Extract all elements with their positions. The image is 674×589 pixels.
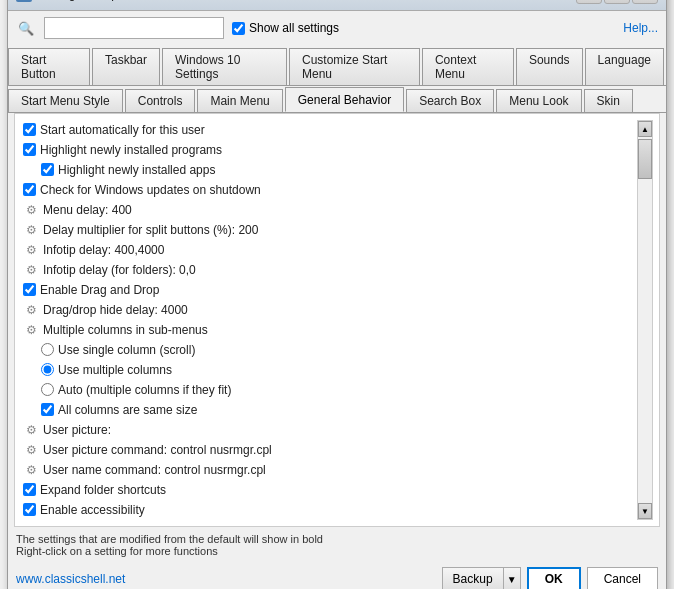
website-link[interactable]: www.classicshell.net (16, 572, 125, 586)
footer-line2: Right-click on a setting for more functi… (16, 545, 658, 557)
list-item: ⚙ User picture: (21, 420, 633, 440)
tab-skin[interactable]: Skin (584, 89, 633, 112)
tab-menu-look[interactable]: Menu Look (496, 89, 581, 112)
minimize-button[interactable]: — (576, 0, 602, 4)
gear-icon: ⚙ (23, 202, 39, 218)
footer-line1: The settings that are modified from the … (16, 533, 658, 545)
list-item: Auto (multiple columns if they fit) (21, 380, 633, 400)
cancel-button[interactable]: Cancel (587, 567, 658, 589)
list-item: Enable accessibility (21, 500, 633, 520)
tab-search-box[interactable]: Search Box (406, 89, 494, 112)
tab-customize-start[interactable]: Customize Start Menu (289, 48, 420, 85)
action-buttons: Backup ▼ OK Cancel (442, 567, 658, 589)
gear-icon: ⚙ (23, 422, 39, 438)
tab-general-behavior[interactable]: General Behavior (285, 87, 404, 112)
scroll-up-button[interactable]: ▲ (638, 121, 652, 137)
window-title: Settings for Open-Shell Menu 4.4.142 (38, 0, 239, 1)
gear-icon: ⚙ (23, 442, 39, 458)
list-item: ⚙ Infotip delay (for folders): 0,0 (21, 260, 633, 280)
tab-controls[interactable]: Controls (125, 89, 196, 112)
show-all-label[interactable]: Show all settings (232, 21, 339, 35)
ok-button[interactable]: OK (527, 567, 581, 589)
footer-actions: www.classicshell.net Backup ▼ OK Cancel (8, 561, 666, 589)
scroll-down-button[interactable]: ▼ (638, 503, 652, 519)
maximize-button[interactable]: □ (604, 0, 630, 4)
checkbox-accessibility[interactable] (23, 503, 36, 516)
scrollbar[interactable]: ▲ ▼ (637, 120, 653, 520)
gear-icon: ⚙ (23, 222, 39, 238)
radio-single-column[interactable] (41, 343, 54, 356)
tab-taskbar[interactable]: Taskbar (92, 48, 160, 85)
list-item: Use multiple columns (21, 360, 633, 380)
list-item: ⚙ User picture command: control nusrmgr.… (21, 440, 633, 460)
tabs-row1: Start Button Taskbar Windows 10 Settings… (8, 45, 666, 86)
title-bar-left: ⚙ Settings for Open-Shell Menu 4.4.142 (16, 0, 239, 2)
tab-start-menu-style[interactable]: Start Menu Style (8, 89, 123, 112)
checkbox-drag-drop[interactable] (23, 283, 36, 296)
list-item: ⚙ Delay multiplier for split buttons (%)… (21, 220, 633, 240)
list-item: ⚙ User name command: control nusrmgr.cpl (21, 460, 633, 480)
title-bar: ⚙ Settings for Open-Shell Menu 4.4.142 —… (8, 0, 666, 11)
list-item: Expand folder shortcuts (21, 480, 633, 500)
toolbar: 🔍 Show all settings Help... (8, 11, 666, 45)
radio-multiple-columns[interactable] (41, 363, 54, 376)
gear-icon: ⚙ (23, 262, 39, 278)
tab-start-button[interactable]: Start Button (8, 48, 90, 85)
backup-button-wrapper: Backup ▼ (442, 567, 521, 589)
checkbox-same-size[interactable] (41, 403, 54, 416)
gear-icon: ⚙ (23, 302, 39, 318)
list-item: Check for Windows updates on shutdown (21, 180, 633, 200)
title-bar-controls: — □ ✕ (576, 0, 658, 4)
checkbox-highlight-programs[interactable] (23, 143, 36, 156)
checkbox-start-auto[interactable] (23, 123, 36, 136)
tab-main-menu[interactable]: Main Menu (197, 89, 282, 112)
list-item: Enable Drag and Drop (21, 280, 633, 300)
list-item: ⚙ Menu delay: 400 (21, 200, 633, 220)
list-item: Highlight newly installed programs (21, 140, 633, 160)
backup-button[interactable]: Backup (442, 567, 503, 589)
list-item: All columns are same size (21, 400, 633, 420)
backup-arrow-button[interactable]: ▼ (503, 567, 521, 589)
tab-context-menu[interactable]: Context Menu (422, 48, 514, 85)
gear-icon: ⚙ (23, 242, 39, 258)
list-item: Use single column (scroll) (21, 340, 633, 360)
list-item: ⚙ Infotip delay: 400,4000 (21, 240, 633, 260)
tab-sounds[interactable]: Sounds (516, 48, 583, 85)
scroll-thumb[interactable] (638, 139, 652, 179)
list-item: Highlight newly installed apps (21, 160, 633, 180)
content-area: Start automatically for this user Highli… (14, 113, 660, 527)
app-icon: ⚙ (16, 0, 32, 2)
checkbox-expand-folder[interactable] (23, 483, 36, 496)
tab-language[interactable]: Language (585, 48, 664, 85)
checkbox-highlight-apps[interactable] (41, 163, 54, 176)
tabs-row2: Start Menu Style Controls Main Menu Gene… (8, 86, 666, 113)
footer-text: The settings that are modified from the … (8, 527, 666, 561)
radio-auto-columns[interactable] (41, 383, 54, 396)
list-item: ⚙ Drag/drop hide delay: 4000 (21, 300, 633, 320)
gear-icon: ⚙ (23, 322, 39, 338)
search-input[interactable] (44, 17, 224, 39)
settings-list: Start automatically for this user Highli… (21, 120, 637, 520)
close-button[interactable]: ✕ (632, 0, 658, 4)
help-link[interactable]: Help... (623, 21, 658, 35)
main-window: ⚙ Settings for Open-Shell Menu 4.4.142 —… (7, 0, 667, 589)
search-icon: 🔍 (16, 18, 36, 38)
checkbox-check-windows-updates[interactable] (23, 183, 36, 196)
list-item: Start automatically for this user (21, 120, 633, 140)
gear-icon: ⚙ (23, 462, 39, 478)
show-all-checkbox[interactable] (232, 22, 245, 35)
list-item: ⚙ Multiple columns in sub-menus (21, 320, 633, 340)
tab-windows10-settings[interactable]: Windows 10 Settings (162, 48, 287, 85)
